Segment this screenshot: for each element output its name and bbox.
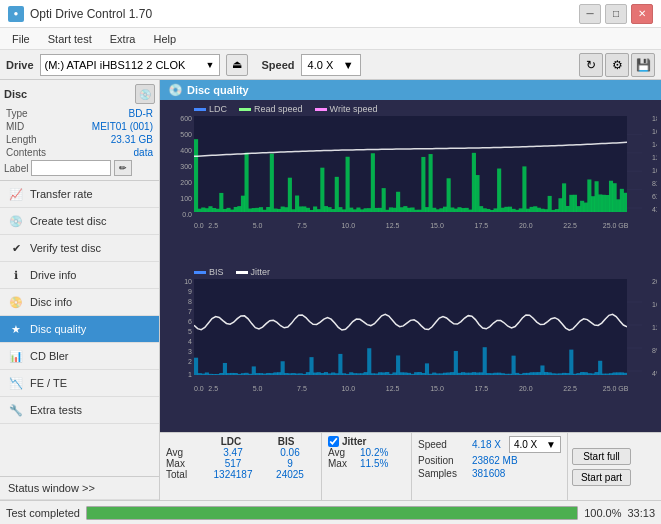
svg-text:12X: 12X xyxy=(652,154,657,161)
app-title: Opti Drive Control 1.70 xyxy=(30,7,152,21)
minimize-button[interactable]: ─ xyxy=(579,4,601,24)
chart1-wrapper: LDC Read speed Write speed xyxy=(164,104,657,265)
sidebar-item-cd-bler[interactable]: 📊 CD Bler xyxy=(0,343,159,370)
create-test-disc-icon: 💿 xyxy=(8,213,24,229)
bis-max: 9 xyxy=(265,458,315,469)
sidebar-item-label-verify-test-disc: Verify test disc xyxy=(30,242,101,254)
svg-text:10X: 10X xyxy=(652,167,657,174)
start-buttons: Start full Start part xyxy=(568,433,635,500)
speed-position-section: Speed 4.18 X 4.0 X ▼ Position 23862 MB S… xyxy=(412,433,568,500)
stats-bar: LDC BIS Avg 3.47 0.06 Max 517 9 Total 13… xyxy=(160,432,661,500)
close-button[interactable]: ✕ xyxy=(631,4,653,24)
sidebar-item-disc-info[interactable]: 📀 Disc info xyxy=(0,289,159,316)
ldc-header: LDC xyxy=(201,436,261,447)
progress-bar-fill xyxy=(87,507,577,519)
svg-text:8X: 8X xyxy=(652,180,657,187)
svg-text:300: 300 xyxy=(180,163,192,170)
eject-button[interactable]: ⏏ xyxy=(226,54,248,76)
start-part-button[interactable]: Start part xyxy=(572,469,631,486)
status-window-button[interactable]: Status window >> xyxy=(0,476,159,500)
disc-panel-title: Disc xyxy=(4,88,27,100)
refresh-button[interactable]: ↻ xyxy=(579,53,603,77)
svg-text:25.0 GB: 25.0 GB xyxy=(603,222,629,229)
jitter-checkbox[interactable] xyxy=(328,436,339,447)
toolbar-icons: ↻ ⚙ 💾 xyxy=(579,53,655,77)
label-label: Label xyxy=(4,163,28,174)
disc-quality-title: Disc quality xyxy=(187,84,249,96)
jitter-legend-label: Jitter xyxy=(251,267,271,277)
chart2-area: 10 9 8 7 6 5 4 3 2 1 20% 16% 12% xyxy=(164,279,657,394)
write-speed-legend: Write speed xyxy=(315,104,378,114)
jitter-avg: 10.2% xyxy=(360,447,388,458)
menu-start-test[interactable]: Start test xyxy=(40,31,100,47)
chart2-wrapper: BIS Jitter 10 xyxy=(164,267,657,428)
mid-label: MID xyxy=(6,121,24,132)
disc-icon-btn[interactable]: 💿 xyxy=(135,84,155,104)
sidebar-item-label-transfer-rate: Transfer rate xyxy=(30,188,93,200)
ldc-bis-section: LDC BIS Avg 3.47 0.06 Max 517 9 Total 13… xyxy=(160,433,322,500)
menu-help[interactable]: Help xyxy=(145,31,184,47)
svg-text:22.5: 22.5 xyxy=(563,385,577,392)
read-speed-legend-label: Read speed xyxy=(254,104,303,114)
svg-text:10.0: 10.0 xyxy=(341,222,355,229)
window-controls: ─ □ ✕ xyxy=(579,4,653,24)
label-input[interactable] xyxy=(31,160,111,176)
sidebar-item-label-cd-bler: CD Bler xyxy=(30,350,69,362)
ldc-legend: LDC xyxy=(194,104,227,114)
drive-toolbar: Drive (M:) ATAPI iHBS112 2 CLOK ▼ ⏏ Spee… xyxy=(0,50,661,80)
drive-label: Drive xyxy=(6,59,34,71)
sidebar-item-extra-tests[interactable]: 🔧 Extra tests xyxy=(0,397,159,424)
drive-info-icon: ℹ xyxy=(8,267,24,283)
svg-text:10.0: 10.0 xyxy=(341,385,355,392)
speed-dropdown2-value: 4.0 X xyxy=(514,439,537,450)
menu-file[interactable]: File xyxy=(4,31,38,47)
drive-dropdown-value: (M:) ATAPI iHBS112 2 CLOK xyxy=(45,59,186,71)
start-full-button[interactable]: Start full xyxy=(572,448,631,465)
length-value: 23.31 GB xyxy=(111,134,153,145)
bis-legend-label: BIS xyxy=(209,267,224,277)
sidebar-item-verify-test-disc[interactable]: ✔ Verify test disc xyxy=(0,235,159,262)
bis-legend: BIS xyxy=(194,267,224,277)
sidebar-item-fe-te[interactable]: 📉 FE / TE xyxy=(0,370,159,397)
sidebar-item-create-test-disc[interactable]: 💿 Create test disc xyxy=(0,208,159,235)
speed-dropdown[interactable]: 4.0 X ▼ xyxy=(301,54,361,76)
svg-text:8%: 8% xyxy=(652,347,657,354)
svg-text:20%: 20% xyxy=(652,279,657,285)
svg-text:12.5: 12.5 xyxy=(386,222,400,229)
sidebar-item-disc-quality[interactable]: ★ Disc quality xyxy=(0,316,159,343)
svg-text:17.5: 17.5 xyxy=(475,385,489,392)
jitter-max: 11.5% xyxy=(360,458,388,469)
label-edit-button[interactable]: ✏ xyxy=(114,160,132,176)
speed-header: Speed xyxy=(418,439,468,450)
app-icon: ● xyxy=(8,6,24,22)
svg-text:17.5: 17.5 xyxy=(475,222,489,229)
svg-text:7.5: 7.5 xyxy=(297,385,307,392)
settings-button[interactable]: ⚙ xyxy=(605,53,629,77)
write-speed-legend-label: Write speed xyxy=(330,104,378,114)
speed-dropdown2[interactable]: 4.0 X ▼ xyxy=(509,436,561,453)
sidebar-item-drive-info[interactable]: ℹ Drive info xyxy=(0,262,159,289)
sidebar-item-transfer-rate[interactable]: 📈 Transfer rate xyxy=(0,181,159,208)
speed-dropdown-value: 4.0 X xyxy=(308,59,334,71)
maximize-button[interactable]: □ xyxy=(605,4,627,24)
svg-text:0.0: 0.0 xyxy=(194,222,204,229)
main-content: Disc 💿 Type BD-R MID MEIT01 (001) Length… xyxy=(0,80,661,500)
svg-text:25.0 GB: 25.0 GB xyxy=(603,385,629,392)
ldc-total: 1324187 xyxy=(203,469,263,480)
menu-extra[interactable]: Extra xyxy=(102,31,144,47)
samples-value: 381608 xyxy=(472,468,505,479)
avg-label: Avg xyxy=(166,447,201,458)
bis-header: BIS xyxy=(261,436,311,447)
ldc-max: 517 xyxy=(203,458,263,469)
sidebar-item-label-fe-te: FE / TE xyxy=(30,377,67,389)
jitter-section: Jitter Avg 10.2% Max 11.5% xyxy=(322,433,412,500)
speed-dropdown-chevron-icon: ▼ xyxy=(343,59,354,71)
svg-text:2.5: 2.5 xyxy=(208,222,218,229)
status-text: Test completed xyxy=(6,507,80,519)
svg-text:5: 5 xyxy=(188,328,192,335)
disc-panel: Disc 💿 Type BD-R MID MEIT01 (001) Length… xyxy=(0,80,159,181)
extra-tests-icon: 🔧 xyxy=(8,402,24,418)
save-button[interactable]: 💾 xyxy=(631,53,655,77)
speed-dropdown2-chevron: ▼ xyxy=(546,439,556,450)
drive-dropdown[interactable]: (M:) ATAPI iHBS112 2 CLOK ▼ xyxy=(40,54,220,76)
